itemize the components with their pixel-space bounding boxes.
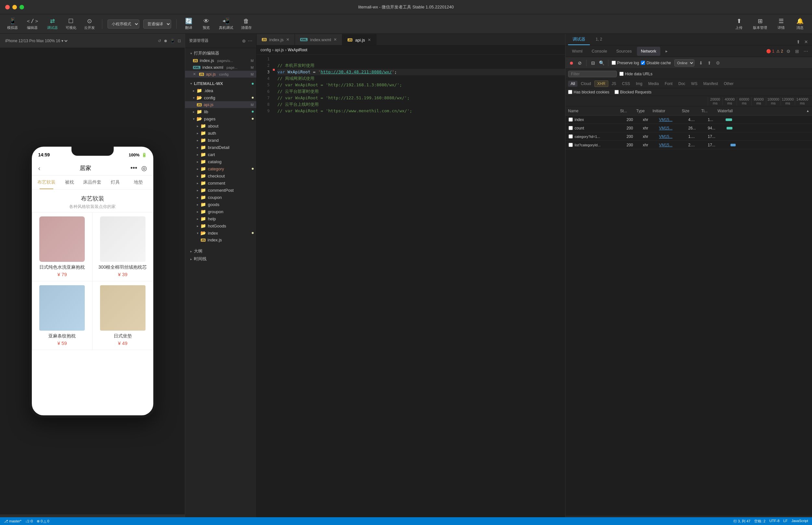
toolbar-upload[interactable]: ⬆ 上传 — [731, 16, 747, 31]
filter-ws[interactable]: WS — [688, 81, 700, 87]
back-button[interactable]: ‹ — [38, 165, 41, 172]
export-icon[interactable]: ⬆ — [706, 60, 713, 66]
filter-input[interactable] — [568, 71, 617, 77]
tab-mat[interactable]: 地垫 — [127, 176, 150, 189]
open-editors-header[interactable]: ▾ 打开的编辑器 — [185, 49, 256, 57]
folder-index[interactable]: ▾ 📂 index — [185, 229, 256, 237]
filter-img[interactable]: Img — [633, 81, 645, 87]
stop-icon[interactable]: ⏺ — [164, 39, 168, 43]
tab-fabric[interactable]: 布艺软装 — [35, 176, 58, 189]
layout-icon[interactable]: ⊞ — [794, 48, 800, 55]
filter-other[interactable]: Other — [721, 81, 736, 87]
tab-index-js[interactable]: JS index.js ✕ — [257, 34, 295, 45]
tab-close-icon[interactable]: ✕ — [368, 38, 371, 42]
record-button[interactable]: ⏺ — [568, 60, 575, 66]
hide-data-urls-input[interactable] — [619, 72, 624, 76]
tab-close-icon[interactable]: ✕ — [286, 37, 289, 42]
toolbar-details[interactable]: ☰ 详情 — [773, 16, 789, 31]
filter-xhr[interactable]: XHR — [594, 80, 608, 87]
list-item[interactable]: 亚麻条纹抱枕 ¥ 59 — [32, 281, 92, 350]
toolbar-debugger[interactable]: ⇄ 调试器 — [44, 16, 61, 31]
import-icon[interactable]: ⬇ — [698, 60, 704, 66]
folder-category[interactable]: ▸ 📁 category — [185, 165, 256, 172]
minimize-button[interactable] — [12, 5, 17, 10]
preserve-log-checkbox[interactable]: Preserve log — [612, 61, 639, 65]
toolbar-real-machine[interactable]: 📲 真机调试 — [216, 16, 236, 31]
open-file-index-js[interactable]: JS index.js pages/u... M — [185, 57, 256, 64]
tab-debugger[interactable]: 调试器 — [568, 34, 590, 45]
filter-button[interactable]: ⊟ — [590, 60, 596, 66]
toolbar-simulator[interactable]: 📱 模拟器 — [4, 16, 21, 31]
tab-api-js[interactable]: JS api.js ✕ — [342, 34, 376, 45]
file-index-js[interactable]: JS index.js — [185, 237, 256, 243]
blocked-cookies-checkbox[interactable]: Has blocked cookies — [568, 90, 609, 94]
folder-comment[interactable]: ▸ 📁 comment — [185, 179, 256, 186]
tab-index-wxml[interactable]: XML index.wxml ✕ — [295, 34, 342, 45]
filter-media[interactable]: Media — [646, 81, 662, 87]
device-select[interactable]: iPhone 12/13 Pro Max 100% 16 ▾ — [4, 38, 69, 44]
filter-cloud[interactable]: Cloud — [578, 81, 593, 87]
file-api-js[interactable]: JS api.js M — [185, 101, 256, 108]
list-item[interactable]: 日式坐垫 ¥ 49 — [92, 281, 153, 350]
blocked-requests-input[interactable] — [614, 90, 619, 94]
folder-branddetail[interactable]: ▸ 📁 brandDetail — [185, 144, 256, 151]
folder-about[interactable]: ▸ 📁 about — [185, 122, 256, 130]
disable-cache-input[interactable] — [641, 61, 645, 65]
folder-idea[interactable]: ▸ 📁 .idea — [185, 87, 256, 94]
search-button[interactable]: 🔍 — [598, 60, 605, 66]
tab-wxml[interactable]: Wxml — [568, 47, 586, 56]
settings-icon-2[interactable]: ⚙ — [714, 60, 721, 66]
new-file-icon[interactable]: ⊕ — [242, 38, 246, 44]
more-icon[interactable]: ⋯ — [802, 48, 809, 55]
hide-data-urls-checkbox[interactable]: Hide data URLs — [619, 72, 653, 76]
folder-coupon[interactable]: ▸ 📁 coupon — [185, 194, 256, 201]
list-item[interactable]: 日式纯色水洗亚麻抱枕 ¥ 79 — [32, 212, 92, 281]
tab-network[interactable]: Network — [637, 47, 660, 56]
online-mode-select[interactable]: Online — [674, 59, 694, 66]
folder-goods[interactable]: ▸ 📁 goods — [185, 201, 256, 208]
toolbar-visual[interactable]: ☐ 可视化 — [62, 16, 79, 31]
filter-js[interactable]: JS — [609, 81, 619, 87]
row-checkbox[interactable] — [568, 126, 573, 130]
folder-help[interactable]: ▸ 📁 help — [185, 215, 256, 222]
disable-cache-checkbox[interactable]: Disable cache — [641, 61, 671, 65]
folder-groupon[interactable]: ▸ 📁 groupon — [185, 208, 256, 215]
network-row-count[interactable]: count 200 xhr VM15... 26... 94... — [565, 124, 812, 132]
maximize-button[interactable] — [19, 5, 24, 10]
open-file-api-js[interactable]: ✕ JS api.js config M — [185, 71, 256, 77]
folder-checkout[interactable]: ▸ 📁 checkout — [185, 172, 256, 179]
tab-pillow[interactable]: 被枕 — [58, 176, 81, 189]
tab-sources[interactable]: Sources — [612, 47, 636, 56]
phone-small-icon[interactable]: 📱 — [170, 39, 175, 43]
timeline-header[interactable]: ▸ 时间线 — [185, 255, 256, 263]
refresh-icon[interactable]: ↺ — [158, 39, 161, 43]
collapse-icon[interactable]: ⋯ — [248, 38, 252, 44]
target-button[interactable]: ◎ — [141, 164, 147, 172]
folder-cart[interactable]: ▸ 📁 cart — [185, 151, 256, 158]
preserve-log-input[interactable] — [612, 61, 616, 65]
filter-css[interactable]: CSS — [619, 81, 633, 87]
row-checkbox[interactable] — [568, 143, 573, 147]
toolbar-messages[interactable]: 🔔 消息 — [792, 16, 808, 31]
folder-auth[interactable]: ▸ 📁 auth — [185, 130, 256, 137]
folder-brand[interactable]: ▸ 📁 brand — [185, 137, 256, 144]
expand-icon[interactable]: ⬆ — [795, 39, 802, 45]
toolbar-clear-cache[interactable]: 🗑 清缓存 — [238, 17, 255, 31]
mode-select[interactable]: 小程序模式 — [107, 19, 139, 29]
folder-catalog[interactable]: ▸ 📁 catalog — [185, 158, 256, 165]
tab-close-icon[interactable]: ✕ — [334, 37, 337, 42]
network-row-index[interactable]: index 200 xhr VM15... 4.... 1... — [565, 116, 812, 124]
filter-doc[interactable]: Doc — [676, 81, 687, 87]
tab-console[interactable]: Console — [588, 47, 611, 56]
network-row-category[interactable]: category?id=1... 200 xhr VM15... 1.... 1… — [565, 132, 812, 141]
code-editor-area[interactable]: 1 2 3 4 5 6 7 8 9 // 本机开发时使用 var — [257, 55, 565, 525]
tab-bedding[interactable]: 床品件套 — [81, 176, 104, 189]
toolbar-cloud[interactable]: ⊙ 云开发 — [81, 16, 98, 31]
toolbar-editor[interactable]: ＜/＞ 编辑器 — [23, 17, 43, 31]
network-row-list[interactable]: list?categoryId... 200 xhr VM15... 2....… — [565, 141, 812, 149]
folder-hotgoods[interactable]: ▸ 📁 hotGoods — [185, 222, 256, 229]
stop-button[interactable]: ⊘ — [577, 60, 583, 66]
open-file-index-wxml[interactable]: XML index.wxml page... M — [185, 64, 256, 71]
folder-config[interactable]: ▾ 📂 config — [185, 94, 256, 101]
settings-icon[interactable]: ⚙ — [785, 48, 792, 55]
